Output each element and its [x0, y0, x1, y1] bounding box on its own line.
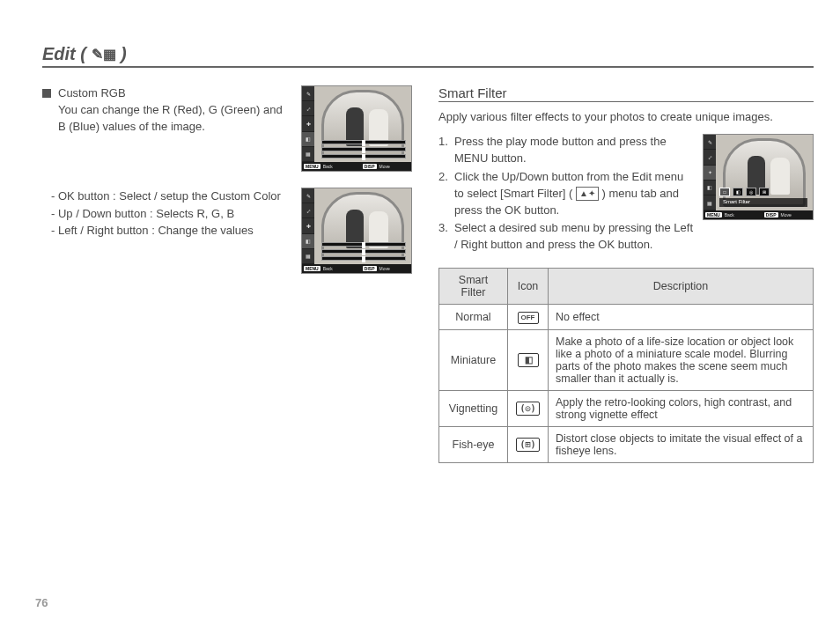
camera-preview-smart-filter: ✎ ⤢ ✦ ◧ ▦ □ ◧ ◎ ⊞ Smart Filter MENU [703, 134, 814, 220]
miniature-icon: ◧ [518, 353, 539, 367]
table-row: Vignetting (◎) Apply the retro-looking c… [439, 391, 814, 427]
smart-filter-subtitle: Smart Filter [438, 85, 507, 100]
title-rule: Edit ( ✎▦ ) [42, 44, 814, 68]
custom-rgb-block: Custom RGB You can change the R (Red), G… [58, 85, 292, 136]
control-list: - OK button : Select / setup the Custom … [42, 188, 292, 274]
move-label: Move [379, 266, 390, 271]
step-text: Press the play mode button and press the… [454, 134, 694, 167]
camera-preview-rgb-2: ✎ ⤢ ✚ ◧ ▦ MENU Back DISP [301, 188, 412, 274]
filter-label: Smart Filter [719, 198, 807, 207]
filter-thumb-icon: □ [719, 188, 730, 196]
side-icon: ✎ [302, 86, 314, 101]
control-item: - Up / Down button : Selects R, G, B [51, 205, 292, 223]
menu-badge: MENU [304, 266, 321, 271]
back-label: Back [725, 212, 734, 217]
step-number: 2. [438, 169, 451, 219]
disp-badge: DISP [363, 164, 377, 169]
table-row: Miniature ◧ Make a photo of a life-size … [439, 330, 814, 391]
smart-filter-table: Smart Filter Icon Description Normal OFF… [438, 268, 814, 463]
filter-name: Fish-eye [439, 427, 508, 463]
step-number: 3. [438, 220, 451, 254]
back-label: Back [323, 266, 333, 271]
side-icon: ◧ [704, 181, 716, 195]
smart-filter-icon: ▲✦ [576, 187, 599, 202]
fisheye-icon: (⊞) [516, 438, 539, 452]
filter-thumb-icon: ⊞ [759, 188, 770, 196]
move-label: Move [379, 164, 390, 169]
th-icon: Icon [508, 269, 549, 305]
table-row: Normal OFF No effect [439, 305, 814, 330]
left-column: Custom RGB You can change the R (Red), G… [42, 85, 412, 463]
menu-badge: MENU [304, 164, 321, 169]
table-header-row: Smart Filter Icon Description [439, 269, 814, 305]
page-number: 76 [35, 596, 48, 609]
custom-rgb-heading: Custom RGB [58, 85, 292, 102]
title-suffix: ) [116, 44, 127, 63]
disp-badge: DISP [764, 212, 778, 217]
step-number: 1. [438, 134, 451, 167]
edit-palette-icon: ✎▦ [92, 47, 116, 62]
custom-rgb-desc: You can change the R (Red), G (Green) an… [58, 103, 283, 133]
filter-thumb-icon: ◧ [733, 188, 743, 196]
side-icon: ✚ [302, 116, 314, 131]
disp-badge: DISP [363, 266, 377, 271]
side-icon: ⤢ [302, 203, 314, 218]
smart-filter-intro: Apply various filter effects to your pho… [438, 109, 814, 125]
camera-preview-rgb-1: ✎ ⤢ ✚ ◧ ▦ MENU Back DISP [301, 85, 412, 172]
side-icon: ▦ [704, 195, 716, 210]
move-label: Move [781, 212, 792, 217]
filter-name: Vignetting [439, 391, 508, 427]
title-prefix: Edit ( [42, 44, 92, 63]
right-column: Smart Filter Apply various filter effect… [438, 85, 814, 463]
filter-desc: No effect [549, 305, 814, 330]
step-text: Click the Up/Down button from the Edit m… [454, 169, 694, 219]
side-icon: ✎ [704, 135, 716, 150]
side-icon: ▦ [302, 147, 314, 162]
normal-off-icon: OFF [518, 312, 539, 324]
side-icon: ▦ [302, 249, 314, 264]
filter-name: Normal [439, 305, 508, 330]
side-icon: ⤢ [302, 101, 314, 116]
side-icon: ✦ [704, 166, 716, 181]
side-icon: ◧ [302, 234, 314, 249]
page-title: Edit ( ✎▦ ) [42, 44, 127, 63]
step-text: Select a desired sub menu by pressing th… [454, 220, 694, 254]
filter-desc: Apply the retro-looking colors, high con… [549, 391, 814, 427]
control-item: - Left / Right button : Change the value… [51, 222, 292, 240]
side-icon: ⤢ [704, 150, 716, 165]
filter-name: Miniature [439, 330, 508, 391]
filter-desc: Make a photo of a life-size location or … [549, 330, 814, 391]
filter-desc: Distort close objects to imitate the vis… [549, 427, 814, 463]
th-name: Smart Filter [439, 269, 508, 305]
table-row: Fish-eye (⊞) Distort close objects to im… [439, 427, 814, 463]
th-desc: Description [549, 269, 814, 305]
side-icon: ✎ [302, 188, 314, 203]
steps-list: 1. Press the play mode button and press … [438, 134, 694, 255]
vignetting-icon: (◎) [516, 402, 539, 416]
menu-badge: MENU [705, 212, 722, 217]
side-icon: ✚ [302, 218, 314, 233]
side-icon: ◧ [302, 132, 314, 147]
back-label: Back [323, 164, 333, 169]
control-item: - OK button : Select / setup the Custom … [51, 188, 292, 205]
filter-thumb-icon: ◎ [746, 188, 756, 196]
bullet-square-icon [42, 89, 51, 98]
